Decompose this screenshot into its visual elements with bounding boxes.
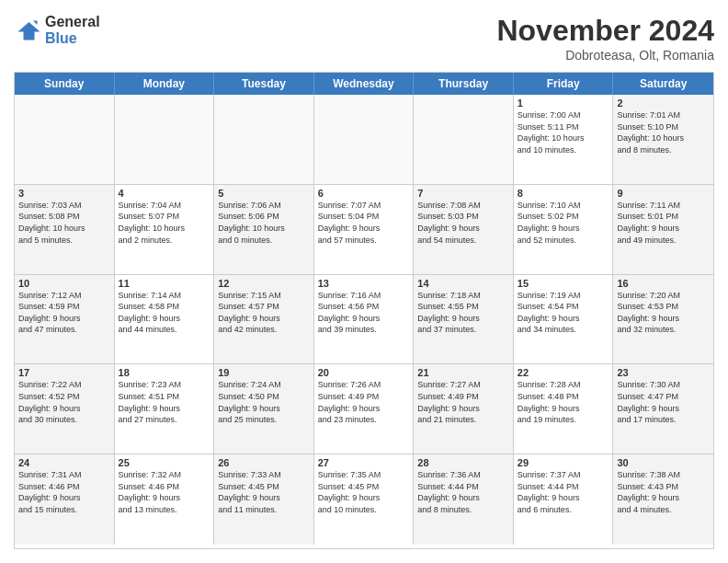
calendar-cell-2: 2Sunrise: 7:01 AM Sunset: 5:10 PM Daylig… (613, 95, 713, 184)
calendar-cell-14: 14Sunrise: 7:18 AM Sunset: 4:55 PM Dayli… (414, 275, 514, 364)
calendar-cell-24: 24Sunrise: 7:31 AM Sunset: 4:46 PM Dayli… (15, 454, 115, 545)
day-info: Sunrise: 7:16 AM Sunset: 4:56 PM Dayligh… (318, 290, 410, 336)
calendar-cell-3: 3Sunrise: 7:03 AM Sunset: 5:08 PM Daylig… (15, 185, 115, 274)
day-info: Sunrise: 7:19 AM Sunset: 4:54 PM Dayligh… (518, 290, 609, 336)
calendar-header: SundayMondayTuesdayWednesdayThursdayFrid… (15, 73, 713, 95)
calendar-row-2: 3Sunrise: 7:03 AM Sunset: 5:08 PM Daylig… (15, 185, 713, 275)
day-info: Sunrise: 7:01 AM Sunset: 5:10 PM Dayligh… (617, 109, 710, 155)
calendar-cell-1: 1Sunrise: 7:00 AM Sunset: 5:11 PM Daylig… (514, 95, 614, 184)
day-number: 3 (18, 188, 110, 199)
weekday-header-tuesday: Tuesday (214, 73, 314, 95)
day-number: 10 (18, 278, 110, 289)
calendar-cell-8: 8Sunrise: 7:10 AM Sunset: 5:02 PM Daylig… (514, 185, 614, 274)
day-info: Sunrise: 7:20 AM Sunset: 4:53 PM Dayligh… (617, 290, 710, 336)
weekday-header-thursday: Thursday (414, 73, 514, 95)
day-number: 14 (417, 278, 509, 289)
calendar-cell-empty-0-0 (15, 95, 115, 184)
day-number: 17 (18, 367, 110, 378)
day-number: 22 (518, 367, 609, 378)
day-number: 8 (518, 188, 609, 199)
day-info: Sunrise: 7:15 AM Sunset: 4:57 PM Dayligh… (218, 290, 310, 336)
logo-general-text: General (45, 14, 100, 30)
day-number: 26 (218, 457, 310, 468)
calendar-row-3: 10Sunrise: 7:12 AM Sunset: 4:59 PM Dayli… (15, 275, 713, 365)
calendar-cell-30: 30Sunrise: 7:38 AM Sunset: 4:43 PM Dayli… (613, 454, 713, 545)
day-info: Sunrise: 7:00 AM Sunset: 5:11 PM Dayligh… (518, 109, 609, 155)
day-number: 15 (518, 278, 609, 289)
day-info: Sunrise: 7:26 AM Sunset: 4:49 PM Dayligh… (318, 379, 410, 425)
calendar-cell-29: 29Sunrise: 7:37 AM Sunset: 4:44 PM Dayli… (514, 454, 614, 545)
day-info: Sunrise: 7:08 AM Sunset: 5:03 PM Dayligh… (417, 200, 509, 246)
calendar-cell-10: 10Sunrise: 7:12 AM Sunset: 4:59 PM Dayli… (15, 275, 115, 364)
day-number: 25 (119, 457, 210, 468)
day-number: 27 (318, 457, 410, 468)
day-number: 19 (218, 367, 310, 378)
day-info: Sunrise: 7:23 AM Sunset: 4:51 PM Dayligh… (119, 379, 210, 425)
calendar-cell-21: 21Sunrise: 7:27 AM Sunset: 4:49 PM Dayli… (414, 364, 514, 454)
calendar-cell-empty-0-2 (214, 95, 314, 184)
weekday-header-monday: Monday (115, 73, 215, 95)
day-number: 29 (518, 457, 609, 468)
day-info: Sunrise: 7:28 AM Sunset: 4:48 PM Dayligh… (518, 379, 609, 425)
calendar-cell-11: 11Sunrise: 7:14 AM Sunset: 4:58 PM Dayli… (115, 275, 215, 364)
calendar-cell-9: 9Sunrise: 7:11 AM Sunset: 5:01 PM Daylig… (613, 185, 713, 274)
day-number: 7 (417, 188, 509, 199)
day-number: 5 (218, 188, 310, 199)
day-info: Sunrise: 7:22 AM Sunset: 4:52 PM Dayligh… (18, 379, 110, 425)
day-number: 24 (18, 457, 110, 468)
day-number: 13 (318, 278, 410, 289)
day-info: Sunrise: 7:03 AM Sunset: 5:08 PM Dayligh… (18, 200, 110, 246)
day-info: Sunrise: 7:32 AM Sunset: 4:46 PM Dayligh… (119, 469, 210, 515)
logo: General Blue (14, 14, 100, 46)
calendar-cell-23: 23Sunrise: 7:30 AM Sunset: 4:47 PM Dayli… (613, 364, 713, 454)
calendar-cell-20: 20Sunrise: 7:26 AM Sunset: 4:49 PM Dayli… (314, 364, 415, 454)
calendar-cell-12: 12Sunrise: 7:15 AM Sunset: 4:57 PM Dayli… (214, 275, 314, 364)
logo-blue-text: Blue (45, 30, 100, 47)
weekday-header-sunday: Sunday (15, 73, 115, 95)
day-number: 1 (518, 98, 609, 109)
day-number: 21 (417, 367, 509, 378)
day-info: Sunrise: 7:04 AM Sunset: 5:07 PM Dayligh… (119, 200, 210, 246)
calendar-cell-6: 6Sunrise: 7:07 AM Sunset: 5:04 PM Daylig… (314, 185, 415, 274)
calendar-cell-22: 22Sunrise: 7:28 AM Sunset: 4:48 PM Dayli… (514, 364, 614, 454)
day-number: 18 (119, 367, 210, 378)
calendar-cell-25: 25Sunrise: 7:32 AM Sunset: 4:46 PM Dayli… (115, 454, 215, 545)
day-number: 20 (318, 367, 410, 378)
day-info: Sunrise: 7:35 AM Sunset: 4:45 PM Dayligh… (318, 469, 410, 515)
calendar-row-1: 1Sunrise: 7:00 AM Sunset: 5:11 PM Daylig… (15, 95, 713, 185)
calendar-cell-17: 17Sunrise: 7:22 AM Sunset: 4:52 PM Dayli… (15, 364, 115, 454)
title-block: November 2024 Dobroteasa, Olt, Romania (496, 14, 714, 63)
weekday-header-friday: Friday (514, 73, 614, 95)
calendar-cell-16: 16Sunrise: 7:20 AM Sunset: 4:53 PM Dayli… (613, 275, 713, 364)
calendar-cell-5: 5Sunrise: 7:06 AM Sunset: 5:06 PM Daylig… (214, 185, 314, 274)
day-number: 28 (417, 457, 509, 468)
calendar-cell-26: 26Sunrise: 7:33 AM Sunset: 4:45 PM Dayli… (214, 454, 314, 545)
day-number: 23 (617, 367, 710, 378)
logo-icon (14, 17, 41, 44)
day-info: Sunrise: 7:06 AM Sunset: 5:06 PM Dayligh… (218, 200, 310, 246)
day-info: Sunrise: 7:31 AM Sunset: 4:46 PM Dayligh… (18, 469, 110, 515)
calendar-cell-4: 4Sunrise: 7:04 AM Sunset: 5:07 PM Daylig… (115, 185, 215, 274)
calendar-cell-empty-0-4 (414, 95, 514, 184)
calendar-cell-27: 27Sunrise: 7:35 AM Sunset: 4:45 PM Dayli… (314, 454, 415, 545)
day-number: 11 (119, 278, 210, 289)
day-number: 4 (119, 188, 210, 199)
day-info: Sunrise: 7:24 AM Sunset: 4:50 PM Dayligh… (218, 379, 310, 425)
weekday-header-saturday: Saturday (613, 73, 713, 95)
header: General Blue November 2024 Dobroteasa, O… (14, 14, 714, 63)
day-info: Sunrise: 7:30 AM Sunset: 4:47 PM Dayligh… (617, 379, 710, 425)
calendar-cell-18: 18Sunrise: 7:23 AM Sunset: 4:51 PM Dayli… (115, 364, 215, 454)
day-number: 2 (617, 98, 710, 109)
weekday-header-wednesday: Wednesday (314, 73, 415, 95)
calendar-row-5: 24Sunrise: 7:31 AM Sunset: 4:46 PM Dayli… (15, 454, 713, 545)
day-info: Sunrise: 7:10 AM Sunset: 5:02 PM Dayligh… (518, 200, 609, 246)
day-info: Sunrise: 7:12 AM Sunset: 4:59 PM Dayligh… (18, 290, 110, 336)
calendar-cell-15: 15Sunrise: 7:19 AM Sunset: 4:54 PM Dayli… (514, 275, 614, 364)
calendar-cell-empty-0-3 (314, 95, 415, 184)
day-info: Sunrise: 7:36 AM Sunset: 4:44 PM Dayligh… (417, 469, 509, 515)
calendar-body: 1Sunrise: 7:00 AM Sunset: 5:11 PM Daylig… (15, 95, 713, 545)
day-info: Sunrise: 7:18 AM Sunset: 4:55 PM Dayligh… (417, 290, 509, 336)
main-container: General Blue November 2024 Dobroteasa, O… (0, 0, 728, 563)
day-info: Sunrise: 7:33 AM Sunset: 4:45 PM Dayligh… (218, 469, 310, 515)
calendar-cell-13: 13Sunrise: 7:16 AM Sunset: 4:56 PM Dayli… (314, 275, 415, 364)
